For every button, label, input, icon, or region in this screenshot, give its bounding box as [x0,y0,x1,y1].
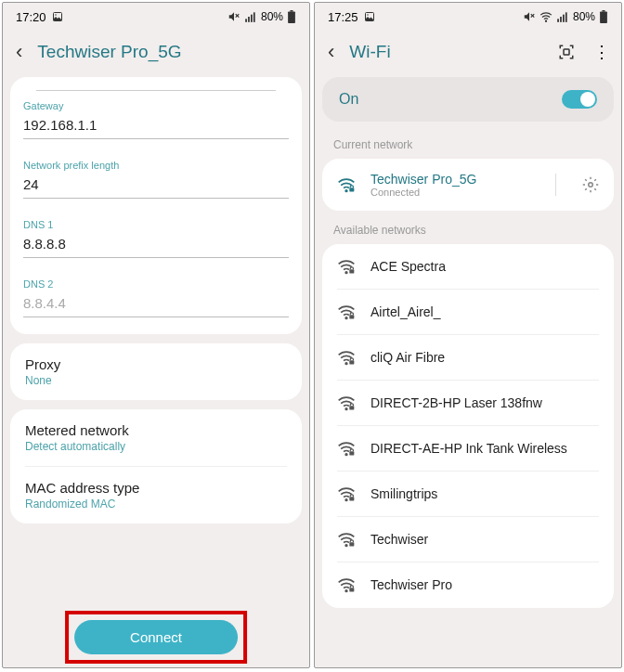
svg-point-29 [345,363,347,365]
prefix-field[interactable]: Network prefix length 24 [23,160,289,199]
svg-rect-9 [288,12,295,23]
battery-text: 80% [573,10,595,23]
dns1-field[interactable]: DNS 1 8.8.8.8 [23,219,289,258]
svg-point-33 [345,454,347,456]
svg-rect-18 [566,12,567,21]
wifi-lock-icon [337,530,356,549]
back-icon[interactable]: ‹ [16,40,22,64]
wifi-lock-icon [337,485,356,503]
svg-rect-28 [349,315,354,318]
signal-icon [244,10,257,23]
image-icon [52,11,63,22]
battery-icon [599,10,608,23]
network-name: Smilingtrips [370,486,599,501]
network-name: Techwiser Pro [370,577,599,592]
gateway-field[interactable]: Gateway 192.168.1.1 [23,100,289,139]
network-name: DIRECT-2B-HP Laser 138fnw [370,395,599,410]
network-row[interactable]: DIRECT-AE-HP Ink Tank Wireless [322,426,614,471]
network-row[interactable]: Techwiser [322,517,614,562]
network-row[interactable]: cliQ Air Fibre [322,335,614,380]
current-network-name: Techwiser Pro_5G [370,172,540,187]
proxy-title: Proxy [25,356,287,372]
wifi-toggle-row[interactable]: On [322,77,614,122]
phone-left: 17:20 80% ‹ Techwiser Pro_5G Gateway 192… [2,2,310,668]
svg-rect-21 [564,49,569,55]
dns2-field[interactable]: DNS 2 8.8.4.4 [23,278,289,317]
network-row[interactable]: Techwiser Pro [322,562,614,607]
wifi-icon [337,175,356,194]
wifi-lock-icon [337,303,356,321]
proxy-value: None [25,374,287,387]
wifi-lock-icon [337,257,356,276]
proxy-card[interactable]: Proxy None [10,343,302,400]
svg-rect-34 [349,451,354,455]
connect-button[interactable]: Connect [74,620,238,654]
svg-rect-16 [560,17,562,22]
svg-rect-15 [557,19,559,22]
svg-rect-8 [290,10,292,12]
svg-rect-23 [349,187,354,191]
svg-rect-5 [248,17,250,22]
mac-row[interactable]: MAC address type Randomized MAC [10,467,302,523]
network-name: cliQ Air Fibre [370,350,599,365]
svg-point-35 [345,499,347,501]
network-row[interactable]: DIRECT-2B-HP Laser 138fnw [322,381,614,425]
page-title: Wi-Fi [349,42,390,62]
network-name: Techwiser [370,532,599,547]
network-name: ACE Spectra [370,259,599,274]
svg-rect-26 [349,269,354,273]
battery-text: 80% [261,10,283,23]
wifi-lock-icon [337,575,356,594]
svg-rect-30 [349,360,354,364]
svg-point-31 [345,408,347,410]
svg-rect-40 [349,588,354,591]
available-networks-label: Available networks [315,220,621,244]
more-icon[interactable]: ⋮ [593,42,608,62]
svg-rect-36 [349,497,354,500]
svg-point-25 [345,272,347,274]
header: ‹ Wi-Fi ⋮ [315,29,621,77]
phone-right: 17:25 80% ‹ Wi-Fi ⋮ On Current network T… [314,2,622,668]
metered-row[interactable]: Metered network Detect automatically [10,409,302,466]
current-network-status: Connected [370,187,540,198]
network-name: DIRECT-AE-HP Ink Tank Wireless [370,441,599,456]
wifi-lock-icon [337,439,356,458]
status-bar: 17:25 80% [315,3,621,29]
svg-point-14 [545,20,546,21]
battery-icon [287,10,296,23]
header: ‹ Techwiser Pro_5G [3,29,309,77]
network-row[interactable]: ACE Spectra [322,244,614,289]
current-network-card[interactable]: Techwiser Pro_5G Connected [322,159,614,211]
svg-point-22 [345,190,347,192]
svg-point-24 [589,183,593,187]
back-icon[interactable]: ‹ [328,40,334,64]
svg-rect-7 [254,12,255,21]
network-row[interactable]: Airtel_Airel_ [322,290,614,334]
wifi-lock-icon [337,348,356,367]
svg-point-1 [55,14,57,16]
status-time: 17:20 [16,10,46,24]
network-name: Airtel_Airel_ [370,304,599,319]
svg-point-37 [345,545,347,547]
svg-point-11 [367,14,369,16]
toggle-label: On [339,91,358,108]
page-title: Techwiser Pro_5G [37,42,181,62]
wifi-toggle[interactable] [562,90,597,109]
svg-rect-38 [349,542,354,546]
image-icon [364,11,375,22]
status-time: 17:25 [328,10,358,24]
svg-rect-17 [563,15,565,22]
gear-icon[interactable] [582,176,599,193]
advanced-card: Metered network Detect automatically MAC… [10,409,302,523]
wifi-status-icon [540,10,552,23]
network-row[interactable]: Smilingtrips [322,472,614,516]
connect-highlight: Connect [65,611,247,664]
qr-scan-icon[interactable] [558,44,575,60]
svg-rect-19 [602,10,604,12]
signal-icon [556,10,569,23]
svg-rect-32 [349,406,354,409]
svg-rect-20 [600,12,607,23]
svg-rect-6 [251,15,253,22]
wifi-lock-icon [337,394,356,412]
svg-rect-4 [245,19,247,22]
